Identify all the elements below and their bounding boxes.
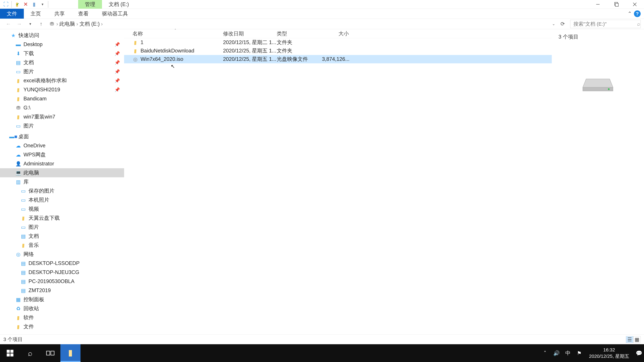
task-view-button[interactable] (40, 344, 60, 362)
qat-delete-icon[interactable]: ✕ (22, 0, 30, 8)
breadcrumb[interactable]: › 此电脑 › 文档 (E:) › ⌄ (49, 20, 555, 27)
nav-item[interactable]: OneDrive (0, 141, 124, 150)
breadcrumb-item[interactable]: 此电脑 (59, 20, 75, 27)
column-header-size[interactable]: 大小 (322, 30, 349, 37)
nav-quick-item[interactable]: excel表格制作求和📌 (0, 76, 124, 85)
address-dropdown-icon[interactable]: ⌄ (552, 22, 555, 26)
forward-button[interactable]: → (16, 21, 23, 27)
nav-desktop-root[interactable]: ■ 桌面 (0, 132, 124, 141)
action-center-icon[interactable]: 💬 (636, 350, 642, 357)
back-button[interactable]: ← (5, 21, 12, 27)
nav-library-item[interactable]: 视频 (0, 204, 124, 214)
nav-item[interactable]: Administrator (0, 159, 124, 168)
file-list[interactable]: ˄ 名称 修改日期 类型 大小 12020/12/15, 星期二 1...文件夹… (124, 29, 552, 335)
pin-icon: 📌 (114, 87, 120, 92)
nav-item[interactable]: 此电脑 (0, 168, 124, 177)
column-header-name[interactable]: 名称 (124, 30, 223, 37)
status-item-count: 3 个项目 (3, 336, 23, 343)
computer-icon (20, 287, 26, 294)
nav-item[interactable]: 库 (0, 177, 124, 186)
nav-quick-item[interactable]: 文档📌 (0, 58, 124, 67)
recent-locations-icon[interactable]: ▾ (27, 21, 34, 27)
taskbar-explorer-button[interactable]: ▮ (60, 344, 80, 362)
maximize-button[interactable] (607, 0, 626, 9)
nav-quick-item[interactable]: G:\ (0, 103, 124, 112)
ribbon-collapse-icon[interactable]: ⌃ (627, 10, 632, 17)
nav-quick-access[interactable]: 快速访问 (0, 31, 124, 40)
minimize-button[interactable] (589, 0, 607, 9)
nav-item[interactable]: 控制面板 (0, 295, 124, 304)
close-button[interactable] (626, 0, 644, 9)
security-icon[interactable]: ⚑ (576, 350, 582, 357)
taskbar-clock[interactable]: 16:32 2020/12/25, 星期五 (587, 347, 631, 360)
item-icon (20, 224, 26, 230)
pin-icon: 📌 (114, 78, 120, 83)
help-icon[interactable]: ? (634, 10, 641, 17)
refresh-button[interactable]: ⟳ (559, 21, 566, 27)
nav-label: win7重装win7 (24, 113, 55, 120)
nav-quick-item[interactable]: YUNQISHI2019📌 (0, 85, 124, 94)
file-row[interactable]: BaiduNetdiskDownload2020/12/25, 星期五 1...… (124, 46, 552, 55)
search-input[interactable] (574, 21, 637, 27)
nav-quick-item[interactable]: Bandicam (0, 94, 124, 103)
file-icon (132, 48, 138, 54)
nav-quick-item[interactable]: Desktop📌 (0, 40, 124, 49)
navigation-pane[interactable]: 快速访问 Desktop📌下载📌文档📌图片📌excel表格制作求和📌YUNQIS… (0, 29, 124, 335)
qat-properties-icon[interactable]: ▮✔ (13, 0, 22, 8)
nav-library-item[interactable]: 天翼云盘下载 (0, 214, 124, 223)
ribbon-tab-view[interactable]: 查看 (72, 9, 95, 18)
qat-new-folder-icon[interactable]: ▮ (30, 0, 38, 8)
column-header-type[interactable]: 类型 (277, 30, 322, 37)
nav-quick-item[interactable]: 图片📌 (0, 67, 124, 76)
breadcrumb-item[interactable]: 文档 (E:) (80, 20, 100, 27)
nav-quick-item[interactable]: win7重装win7 (0, 112, 124, 121)
ribbon-tab-file[interactable]: 文件 (0, 9, 24, 18)
chevron-right-icon[interactable]: › (101, 21, 103, 27)
nav-label: 控制面板 (24, 296, 44, 303)
file-name: Win7x64_2020.iso (140, 56, 183, 62)
file-row[interactable]: 12020/12/15, 星期二 1...文件夹 (124, 38, 552, 46)
details-view-button[interactable]: ☰ (626, 336, 633, 343)
chevron-right-icon[interactable]: › (76, 21, 78, 27)
qat-dropdown-icon[interactable]: ▾ (38, 0, 46, 8)
ribbon-tab-drive-tools[interactable]: 驱动器工具 (95, 9, 135, 18)
ribbon-tab-home[interactable]: 主页 (24, 9, 48, 18)
volume-icon[interactable]: 🔊 (553, 350, 560, 357)
search-icon[interactable]: ⌕ (637, 21, 640, 27)
search-button[interactable]: ⌕ (20, 344, 40, 362)
file-name: BaiduNetdiskDownload (140, 48, 194, 54)
nav-network-item[interactable]: PC-20190530OBLA (0, 277, 124, 286)
search-box[interactable]: ⌕ (570, 20, 641, 28)
main-area: 快速访问 Desktop📌下载📌文档📌图片📌excel表格制作求和📌YUNQIS… (0, 29, 644, 335)
ime-indicator[interactable]: 中 (564, 350, 571, 357)
up-button[interactable]: ↑ (38, 21, 44, 27)
nav-network-item[interactable]: DESKTOP-NJEU3CG (0, 268, 124, 277)
thumbnails-view-button[interactable]: ▦ (633, 336, 641, 343)
context-tab-manage[interactable]: 管理 (78, 0, 102, 9)
item-icon (15, 324, 22, 330)
nav-quick-item[interactable]: 图片 (0, 121, 124, 130)
nav-network[interactable]: 网络 (0, 250, 124, 259)
nav-item[interactable]: 软件 (0, 313, 124, 322)
nav-item[interactable]: 回收站 (0, 304, 124, 313)
nav-item[interactable]: 文件 (0, 322, 124, 331)
nav-library-item[interactable]: 文档 (0, 232, 124, 241)
nav-item[interactable]: WPS网盘 (0, 150, 124, 159)
nav-network-item[interactable]: ZMT2019 (0, 286, 124, 295)
chevron-right-icon[interactable]: › (56, 21, 58, 27)
column-header-date[interactable]: 修改日期 (223, 30, 277, 37)
nav-library-item[interactable]: 保存的图片 (0, 186, 124, 195)
nav-label: 音乐 (28, 242, 39, 249)
nav-library-item[interactable]: 音乐 (0, 241, 124, 250)
nav-library-item[interactable]: 图片 (0, 223, 124, 232)
qat-app-icon[interactable]: ⛶ (2, 0, 10, 8)
nav-library-item[interactable]: 本机照片 (0, 195, 124, 204)
nav-network-item[interactable]: DESKTOP-LSSOEDP (0, 259, 124, 268)
status-bar: 3 个项目 ☰ ▦ (0, 335, 644, 344)
nav-quick-item[interactable]: 下载📌 (0, 49, 124, 58)
start-button[interactable] (0, 344, 20, 362)
nav-label: 软件 (24, 314, 34, 321)
file-row[interactable]: Win7x64_2020.iso2020/12/25, 星期五 1...光盘映像… (124, 55, 552, 63)
tray-overflow-icon[interactable]: ˄ (542, 350, 548, 357)
ribbon-tab-share[interactable]: 共享 (48, 9, 72, 18)
